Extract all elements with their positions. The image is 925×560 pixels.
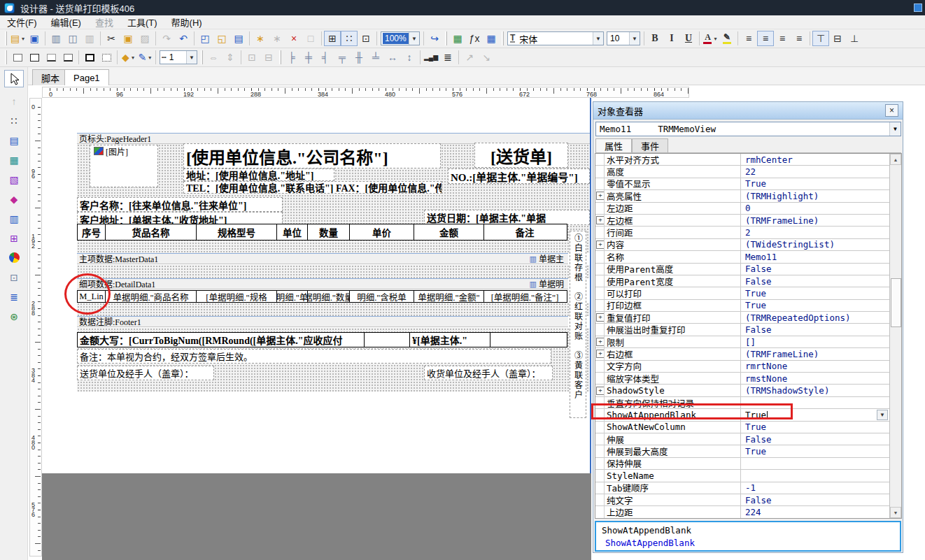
- customer-name-memo[interactable]: 客户名称：[往来单位信息."往来单位"]: [77, 197, 283, 212]
- band-footer[interactable]: 数据注脚:Footer1: [77, 316, 568, 327]
- property-row[interactable]: 限制[]: [595, 336, 889, 348]
- frame-top-button[interactable]: [43, 50, 59, 65]
- detail-cell[interactable]: 单据明细."商品名称: [106, 291, 197, 302]
- detail-cell[interactable]: 据明细."数量: [308, 291, 350, 302]
- toolbar-grip[interactable]: [502, 31, 504, 45]
- menu-tools[interactable]: 工具(T): [120, 14, 164, 30]
- property-row[interactable]: 名称Memo11: [595, 251, 889, 263]
- property-row[interactable]: 内容(TWideStringList): [595, 239, 889, 251]
- align-h-centers-button[interactable]: ╪: [300, 50, 317, 65]
- syscalc-tool[interactable]: ▦: [4, 151, 24, 168]
- bring-to-front-button[interactable]: ◰: [197, 31, 213, 46]
- tab-script[interactable]: 脚本: [32, 69, 69, 85]
- property-row[interactable]: 伸展到最大高度True: [595, 445, 889, 457]
- property-row[interactable]: 缩放字体类型rmstNone: [595, 373, 889, 385]
- scroll-up-button[interactable]: ▲: [890, 154, 901, 165]
- align-justify-button[interactable]: ≡: [791, 31, 807, 46]
- addin-tool[interactable]: ⊞: [4, 229, 24, 247]
- col-header[interactable]: 规格型号: [197, 224, 277, 240]
- new-page-button[interactable]: ∗: [252, 31, 269, 46]
- dbtext-tool[interactable]: ≣: [4, 288, 24, 306]
- expression-button[interactable]: ƒx: [466, 31, 483, 46]
- amount-words-memo[interactable]: 金额大写：[CurrToBigNum([RMRound([单据主体."应收应付: [77, 332, 365, 347]
- property-row[interactable]: 保持伸展: [595, 458, 889, 470]
- object-dropdown-icon[interactable]: ▼: [889, 122, 901, 136]
- property-description-link[interactable]: ShowAtAppendBlank: [605, 538, 894, 548]
- property-row[interactable]: 左边距0: [595, 203, 889, 215]
- col-header[interactable]: 序号: [78, 224, 106, 240]
- table-header-row[interactable]: 序号 货品名称 规格型号 单位 数量 单价 金额 备注: [77, 224, 567, 240]
- frame-bottom-button[interactable]: [59, 50, 76, 65]
- col-header[interactable]: 单位: [277, 224, 308, 240]
- send-to-back-button[interactable]: ◱: [213, 31, 230, 46]
- frame-none-button[interactable]: [9, 50, 26, 65]
- valign-middle-button[interactable]: ⊟: [829, 31, 846, 46]
- detail-cell[interactable]: 单据明细."金额": [414, 291, 484, 302]
- font-color-button[interactable]: A▾: [702, 31, 719, 46]
- font-dropdown-icon[interactable]: ▼: [593, 32, 603, 45]
- property-row[interactable]: 重复值打印(TRMRepeatedOptions): [595, 312, 889, 324]
- col-header[interactable]: 备注: [484, 224, 565, 240]
- line-width-combo[interactable]: ┅1▼: [160, 50, 197, 64]
- highlight-button[interactable]: ✎: [719, 31, 735, 46]
- chart-tool[interactable]: [4, 249, 24, 266]
- scroll-thumb[interactable]: [891, 278, 901, 327]
- property-row[interactable]: 文字方向rmrtNone: [595, 361, 889, 373]
- space-horizontally-button[interactable]: ↔: [384, 50, 401, 65]
- toolbar-grip[interactable]: [201, 50, 203, 64]
- property-row[interactable]: 打印边框True: [595, 300, 889, 312]
- property-row[interactable]: 高度22: [595, 166, 889, 178]
- dbcontrol-tool[interactable]: ⊛: [4, 308, 24, 325]
- font-name-combo[interactable]: T宋体▼: [507, 31, 604, 45]
- property-row[interactable]: 水平对齐方式rmhCenter: [595, 154, 889, 166]
- toolbar-grip[interactable]: [445, 31, 447, 45]
- address-memo[interactable]: 地址：[使用单位信息."地址"]: [183, 168, 334, 181]
- detail-data-row[interactable]: M_Lin 单据明细."商品名称 [单据明细."规格 明细."单 据明细."数量…: [77, 290, 567, 303]
- delete-page-button[interactable]: ×: [285, 31, 302, 46]
- frame-thick-button[interactable]: [81, 50, 98, 65]
- menu-edit[interactable]: 编辑(E): [44, 14, 88, 30]
- print-button[interactable]: ▥: [48, 31, 64, 46]
- space-vertically-button[interactable]: ↕: [401, 50, 418, 65]
- toolbar-grip[interactable]: [5, 50, 7, 64]
- frame-box-button[interactable]: [26, 50, 43, 65]
- amount-value-memo[interactable]: ¥[单据主体.": [409, 332, 490, 347]
- memo-tool[interactable]: ▤: [4, 131, 24, 149]
- grid-scrollbar[interactable]: ▲ ▼: [889, 154, 901, 518]
- toolbar-grip[interactable]: [279, 50, 281, 64]
- line-width-dropdown-icon[interactable]: ▼: [186, 51, 197, 64]
- value-dropdown-button[interactable]: ▼: [877, 410, 888, 420]
- layers-button[interactable]: ≣: [439, 50, 456, 65]
- print-preview-button[interactable]: ◫: [64, 31, 81, 46]
- undo-button[interactable]: ↶: [175, 31, 192, 46]
- detail-cell[interactable]: [单据明细."规格: [197, 291, 277, 302]
- detail-cell[interactable]: [单据明细."备注"]: [484, 291, 565, 302]
- cut-button[interactable]: ✂: [103, 31, 120, 46]
- band-masterdata-area[interactable]: [77, 265, 590, 278]
- property-row[interactable]: ShadowStyle(TRMShadowStyle): [595, 385, 889, 396]
- col-header[interactable]: 金额: [414, 224, 484, 240]
- tab-properties[interactable]: 属性: [595, 138, 632, 153]
- property-row[interactable]: 使用Parent高度False: [595, 264, 889, 275]
- page-properties-button[interactable]: ▤: [230, 31, 247, 46]
- toolbar-grip[interactable]: [5, 31, 7, 45]
- property-row[interactable]: 上边距224: [595, 506, 889, 518]
- property-row[interactable]: 纯文字False: [595, 494, 889, 506]
- col-header[interactable]: 货品名称: [106, 224, 197, 240]
- detail-cell[interactable]: 明细."含税单: [350, 291, 414, 302]
- band-detaildata[interactable]: 细项数据:DetailData1 ▥单据明: [77, 278, 568, 289]
- align-left-edges-button[interactable]: ╞: [283, 50, 300, 65]
- richtext-tool[interactable]: ▥: [4, 210, 24, 227]
- bold-button[interactable]: B: [647, 31, 663, 46]
- inspector-title-bar[interactable]: 对象查看器 ×: [593, 102, 903, 120]
- band-masterdata[interactable]: 主项数据:MasterData1 ▥单据主: [77, 253, 568, 264]
- valign-top-button[interactable]: ⊤: [812, 31, 829, 46]
- underline-button[interactable]: U: [680, 31, 697, 46]
- copy-button[interactable]: ▣: [120, 31, 136, 46]
- doc-title-memo[interactable]: [送货单]: [474, 143, 568, 168]
- select-tool[interactable]: [4, 70, 24, 87]
- tel-fax-memo[interactable]: TEL：[使用单位信息."联系电话"] FAX：[使用单位信息."传真: [183, 181, 442, 194]
- detail-dataset-link[interactable]: ▥单据明: [530, 278, 566, 290]
- align-to-grid-button[interactable]: ⊡: [358, 31, 374, 46]
- property-row[interactable]: 右边框(TRMFrameLine): [595, 348, 889, 360]
